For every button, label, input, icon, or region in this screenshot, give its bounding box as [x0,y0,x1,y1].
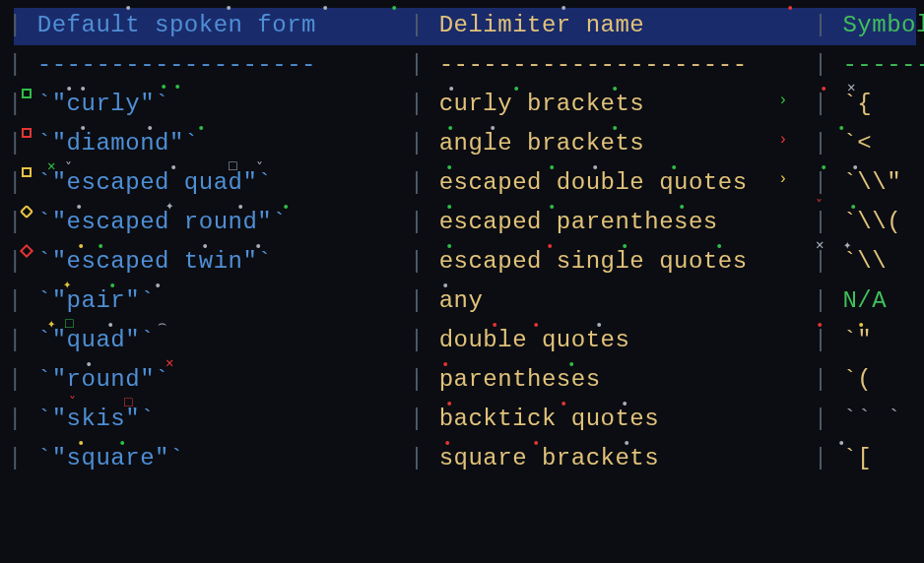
spoken-form-cell: `"escaped quad"` [37,171,410,195]
pipe: | [814,447,843,470]
table-row: | `"pair"`| any| N/A [8,282,916,321]
spoken-form-cell: `"diamond"` [37,132,410,156]
symbol-cell: `\\" [842,171,924,195]
pipe: | [410,250,439,274]
delimiter-name-cell: parentheses [439,368,814,392]
pipe: | [814,93,843,116]
table-header-row: | Default spoken form | Delimiter name |… [8,6,916,45]
pipe: | [814,211,843,234]
symbol-cell: `" [842,329,924,352]
header-col2: Delimiter name [439,14,814,37]
gutter-markers [16,0,43,563]
divider-col3: ------ [842,53,924,77]
table-row: | `"square"`| square brackets| `[ [8,439,916,478]
pipe: | [814,289,843,313]
pipe: | [410,132,439,156]
pipe: | [814,132,843,156]
pipe: | [410,171,439,195]
symbol-cell: N/A [842,289,924,313]
divider-col2: --------------------- [439,53,814,77]
spoken-form-cell: `"round"` [37,368,410,392]
table-row: | `"escaped quad"`| escaped double quote… [8,163,916,203]
symbol-cell: `< [842,132,924,156]
table-row: | `"skis"`| backtick quotes| `` ` [8,400,916,439]
pipe: | [410,447,439,470]
symbol-cell: `\\( [842,211,924,234]
pipe: | [814,14,843,37]
delimiter-name-cell: any [439,289,814,313]
delimiter-name-cell: angle brackets [439,132,814,156]
table-divider-row: | ------------------- | ----------------… [8,45,916,85]
pipe: | [814,250,843,274]
delimiter-name-cell: escaped single quotes [439,250,814,274]
spoken-form-cell: `"escaped round"` [37,211,410,234]
pipe: | [410,211,439,234]
pipe: | [814,171,843,195]
pipe: | [814,407,843,431]
pipe: | [410,329,439,352]
delimiter-name-cell: backtick quotes [439,407,814,431]
spoken-form-cell: `"pair"` [37,289,410,313]
table-row: | `"quad"`| double quotes| `" [8,321,916,360]
pipe: | [814,368,843,392]
spoken-form-cell: `"quad"` [37,329,410,352]
pipe: | [410,289,439,313]
pipe: | [410,407,439,431]
header-col3: Symbol [842,14,924,37]
table-row: | `"round"`| parentheses| `( [8,360,916,400]
symbol-cell: `\\ [842,250,924,274]
divider-col1: ------------------- [37,53,410,77]
pipe: | [814,329,843,352]
pipe: | [410,93,439,116]
table-row: | `"curly"`| curly brackets| `{ [8,85,916,124]
pipe: | [410,14,439,37]
table-row: | `"diamond"`| angle brackets| `< [8,124,916,163]
symbol-cell: `[ [842,447,924,470]
pipe: | [410,368,439,392]
delimiter-name-cell: double quotes [439,329,814,352]
spoken-form-cell: `"escaped twin"` [37,250,410,274]
delimiter-name-cell: escaped parentheses [439,211,814,234]
table-row: | `"escaped round"`| escaped parentheses… [8,203,916,242]
spoken-form-cell: `"skis"` [37,407,410,431]
spoken-form-cell: `"square"` [37,447,410,470]
symbol-cell: `{ [842,93,924,116]
symbol-cell: `( [842,368,924,392]
delimiter-name-cell: square brackets [439,447,814,470]
delimiter-name-cell: escaped double quotes [439,171,814,195]
spoken-form-cell: `"curly"` [37,93,410,116]
delimiter-name-cell: curly brackets [439,93,814,116]
symbol-cell: `` ` [842,407,924,431]
table: | Default spoken form | Delimiter name |… [8,6,916,478]
header-col1: Default spoken form [37,14,410,37]
table-row: | `"escaped twin"`| escaped single quote… [8,242,916,282]
